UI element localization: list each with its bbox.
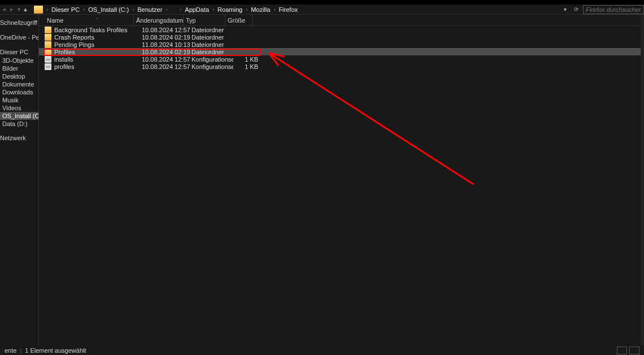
breadcrumb-segment[interactable]: Firefox [276,6,300,13]
file-name: Profiles [54,49,142,55]
file-type: Dateiordner [192,41,233,48]
file-type: Dateiordner [192,49,233,55]
refresh-icon: ⟳ [574,6,578,12]
sidebar-item-os-install-c[interactable]: OS_Install (C:) [0,112,38,120]
breadcrumb-segment[interactable]: Roaming [215,6,245,13]
nav-up-button[interactable]: ▲ [21,5,29,14]
view-thumbnails-button[interactable] [629,347,639,354]
refresh-button[interactable]: ⟳ [572,5,581,14]
sidebar-item-pictures[interactable]: Bilder [0,64,38,72]
status-bar: ente | 1 Element ausgewählt [0,345,644,355]
column-header-size[interactable]: Größe [225,15,253,25]
file-name: profiles [54,63,142,70]
folder-icon [45,34,51,41]
file-date: 10.08.2024 12:57 [142,63,192,70]
file-row[interactable]: Background Tasks Profiles10.08.2024 12:5… [39,26,644,33]
chevron-right-icon: › [211,7,215,12]
file-name: Pending Pings [54,41,142,48]
column-header-type[interactable]: Typ [184,15,225,25]
file-date: 10.08.2024 12:57 [142,56,192,63]
arrow-up-icon: ▲ [23,6,28,12]
file-size: 1 KB [233,56,260,63]
chevron-right-icon: › [164,7,168,12]
file-date: 11.08.2024 10:13 [142,41,192,48]
sidebar-item-data-d[interactable]: Data (D:) [0,120,38,128]
sidebar-onedrive[interactable]: OneDrive - Personal [0,33,38,42]
file-type: Konfigurationsein… [192,56,233,63]
status-separator: | [20,347,21,354]
menu-bar [0,0,644,5]
chevron-right-icon: › [245,7,249,12]
folder-icon [45,49,51,55]
breadcrumb-segment[interactable]: Mozilla [249,6,272,13]
breadcrumb-segment[interactable]: OS_Install (C:) [86,6,131,13]
chevron-left-icon: ► [1,6,7,12]
status-item-count: ente [5,347,16,354]
sidebar-item-desktop[interactable]: Desktop [0,72,38,80]
file-row[interactable]: Profiles10.08.2024 02:19Dateiordner [39,48,644,55]
column-header-label: Name [47,17,63,24]
column-headers: Name ˄ Änderungsdatum Typ Größe [39,15,644,26]
view-details-button[interactable] [617,347,627,354]
folder-icon [34,6,43,14]
file-size: 1 KB [233,63,260,70]
nav-back-button[interactable]: ► [0,5,8,14]
breadcrumb-segment[interactable]: AppData [182,6,211,13]
column-header-name[interactable]: Name ˄ [43,15,134,25]
nav-history-dropdown[interactable]: ▾ [16,5,21,14]
folder-icon [45,41,51,48]
sidebar-item-videos[interactable]: Videos [0,104,38,112]
file-row[interactable]: Pending Pings11.08.2024 10:13Dateiordner [39,41,644,48]
sidebar-network[interactable]: Netzwerk [0,133,38,142]
chevron-right-icon: › [45,7,49,12]
status-selection: 1 Element ausgewählt [25,347,86,354]
file-type: Dateiordner [192,34,233,41]
sort-ascending-icon: ˄ [63,18,131,23]
sidebar-item-documents[interactable]: Dokumente [0,80,38,88]
file-icon [45,56,51,63]
search-field[interactable] [586,6,641,13]
breadcrumb[interactable]: Dieser PC› OS_Install (C:)› Benutzer› › … [49,5,560,14]
chevron-right-icon: › [272,7,276,12]
sidebar-item-music[interactable]: Musik [0,96,38,104]
file-name: installs [54,56,142,63]
sidebar-this-pc[interactable]: Dieser PC [0,47,38,57]
file-type: Konfigurationsein… [192,63,233,70]
file-date: 10.08.2024 12:57 [142,27,192,33]
file-name: Crash Reports [54,34,142,41]
chevron-right-icon: ► [9,6,15,12]
chevron-right-icon: › [82,7,86,12]
file-row[interactable]: installs10.08.2024 12:57Konfigurationsei… [39,55,644,63]
file-name: Background Tasks Profiles [54,27,142,33]
file-icon [45,63,51,70]
file-row[interactable]: Crash Reports10.08.2024 02:19Dateiordner [39,33,644,41]
address-dropdown-button[interactable]: ▾ [560,5,569,14]
nav-forward-button[interactable]: ► [8,5,16,14]
navigation-pane[interactable]: Schnellzugriff OneDrive - Personal Diese… [0,15,38,345]
file-type: Dateiordner [192,27,233,33]
sidebar-item-downloads[interactable]: Downloads [0,88,38,96]
file-row[interactable]: profiles10.08.2024 12:57Konfigurationsei… [39,63,644,70]
file-list-pane: Name ˄ Änderungsdatum Typ Größe Backgrou… [38,15,644,345]
breadcrumb-segment[interactable]: Dieser PC [49,6,82,13]
sidebar-quick-access[interactable]: Schnellzugriff [0,18,38,27]
file-date: 10.08.2024 02:19 [142,34,192,41]
search-input[interactable] [583,5,644,14]
folder-icon [45,27,51,33]
file-rows: Background Tasks Profiles10.08.2024 12:5… [39,26,644,70]
breadcrumb-segment[interactable]: Benutzer [135,6,164,13]
sidebar-item-3d-objects[interactable]: 3D-Objekte [0,57,38,64]
file-date: 10.08.2024 02:19 [142,49,192,55]
column-header-date[interactable]: Änderungsdatum [134,15,184,25]
chevron-right-icon: › [179,7,182,12]
chevron-right-icon: › [131,7,135,12]
address-bar: ► ► ▾ ▲ › Dieser PC› OS_Install (C:)› Be… [0,5,644,15]
vertical-scrollbar[interactable] [641,15,644,345]
